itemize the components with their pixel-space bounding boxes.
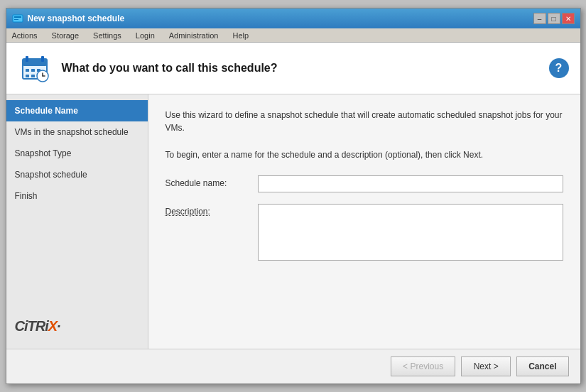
header-icon <box>18 51 52 85</box>
main-content: Use this wizard to define a snapshot sch… <box>148 94 580 349</box>
menu-login[interactable]: Login <box>133 31 158 40</box>
header-title: What do you want to call this schedule? <box>62 62 549 75</box>
menu-administration[interactable]: Administration <box>166 31 222 40</box>
svg-rect-6 <box>41 56 44 62</box>
content-area: Schedule Name VMs in the snapshot schedu… <box>6 94 580 349</box>
schedule-name-input[interactable] <box>258 175 563 192</box>
sidebar-item-snapshot-schedule[interactable]: Snapshot schedule <box>6 164 148 185</box>
next-button[interactable]: Next > <box>461 356 511 376</box>
sidebar-item-vms[interactable]: VMs in the snapshot schedule <box>6 121 148 143</box>
window-controls: – □ ✕ <box>533 13 575 24</box>
sidebar-item-finish[interactable]: Finish <box>6 185 148 207</box>
main-window: New snapshot schedule – □ ✕ Actions Stor… <box>6 8 581 384</box>
svg-rect-0 <box>13 15 23 22</box>
previous-button[interactable]: < Previous <box>391 356 455 376</box>
svg-rect-10 <box>26 75 29 77</box>
citrix-logo: CiTRiX· <box>6 310 148 343</box>
minimize-button[interactable]: – <box>533 13 546 24</box>
menu-actions[interactable]: Actions <box>9 31 40 40</box>
svg-rect-1 <box>14 16 21 18</box>
menu-storage[interactable]: Storage <box>49 31 82 40</box>
window-title: New snapshot schedule <box>28 13 533 23</box>
description-input[interactable] <box>258 204 563 261</box>
description-line2: To begin, enter a name for the schedule … <box>166 148 563 161</box>
menu-bar: Actions Storage Settings Login Administr… <box>6 28 580 43</box>
sidebar-item-snapshot-type[interactable]: Snapshot Type <box>6 143 148 164</box>
description-row: Description: <box>166 204 563 261</box>
footer: < Previous Next > Cancel <box>6 349 580 383</box>
svg-rect-5 <box>26 56 28 62</box>
help-button[interactable]: ? <box>549 58 569 78</box>
cancel-button[interactable]: Cancel <box>516 356 568 376</box>
description-label: Description: <box>166 204 258 217</box>
header: What do you want to call this schedule? … <box>6 43 580 94</box>
svg-rect-11 <box>31 75 35 77</box>
titlebar: New snapshot schedule – □ ✕ <box>6 9 580 28</box>
sidebar: Schedule Name VMs in the snapshot schedu… <box>6 94 148 349</box>
maximize-button[interactable]: □ <box>548 13 560 24</box>
close-button[interactable]: ✕ <box>562 13 575 24</box>
schedule-name-row: Schedule name: <box>166 175 563 192</box>
description-line1: Use this wizard to define a snapshot sch… <box>166 109 563 134</box>
menu-settings[interactable]: Settings <box>90 31 124 40</box>
menu-help[interactable]: Help <box>229 31 251 40</box>
sidebar-item-schedule-name[interactable]: Schedule Name <box>6 100 148 121</box>
svg-rect-2 <box>14 19 18 20</box>
schedule-name-label: Schedule name: <box>166 175 258 188</box>
sidebar-items: Schedule Name VMs in the snapshot schedu… <box>6 100 148 207</box>
svg-rect-8 <box>31 69 35 72</box>
window-icon <box>12 13 23 24</box>
svg-rect-7 <box>26 69 29 72</box>
